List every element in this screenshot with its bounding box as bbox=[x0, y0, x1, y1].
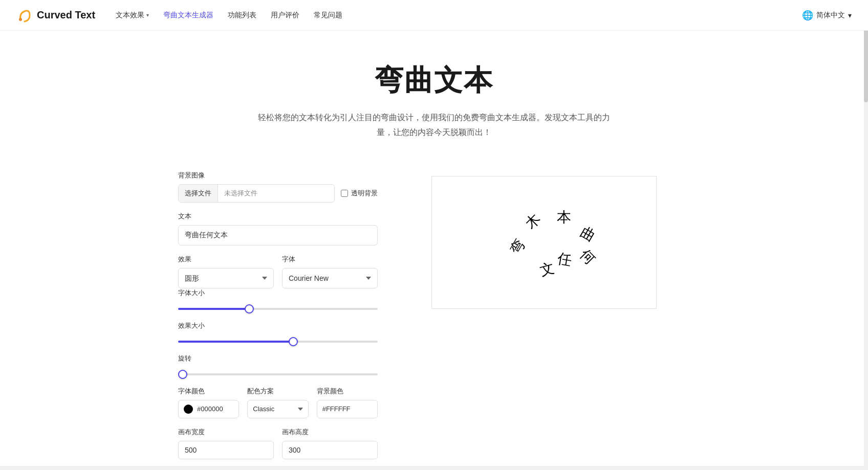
bottom-scrollbar[interactable] bbox=[0, 466, 864, 470]
bg-color-swatch[interactable]: #FFFFFF bbox=[317, 400, 378, 418]
chevron-down-icon: ▾ bbox=[146, 12, 149, 18]
nav-text-effects[interactable]: 文本效果 ▾ bbox=[116, 11, 149, 20]
logo-icon bbox=[16, 7, 33, 24]
canvas-width-group: 画布宽度 bbox=[178, 428, 274, 459]
main-content: 背景图像 选择文件 未选择文件 透明背景 文本 效果 圆形 bbox=[127, 161, 741, 470]
svg-text:木: 木 bbox=[523, 211, 544, 232]
rotation-slider[interactable] bbox=[178, 373, 378, 375]
effect-select[interactable]: 圆形 波浪 弧形 螺旋 bbox=[178, 268, 274, 288]
scrollbar[interactable] bbox=[864, 0, 868, 470]
color-scheme-row: Classic Modern Vintage Neon bbox=[247, 400, 308, 418]
background-image-label: 背景图像 bbox=[178, 171, 378, 180]
font-color-swatch[interactable]: #000000 bbox=[178, 400, 239, 418]
nav-feature-list[interactable]: 功能列表 bbox=[228, 11, 256, 20]
effect-font-row: 效果 圆形 波浪 弧形 螺旋 字体 Courier New Arial Time… bbox=[178, 255, 378, 288]
navbar: Curved Text 文本效果 ▾ 弯曲文本生成器 功能列表 用户评价 常见问… bbox=[0, 0, 868, 31]
text-input[interactable] bbox=[178, 225, 378, 245]
transparent-bg-checkbox[interactable] bbox=[341, 190, 348, 197]
color-scheme-group: 配色方案 Classic Modern Vintage Neon bbox=[247, 387, 308, 418]
effect-size-group: 效果大小 bbox=[178, 321, 378, 345]
rotation-group: 旋转 bbox=[178, 354, 378, 377]
nav-faq[interactable]: 常见问题 bbox=[314, 11, 342, 20]
color-row: 字体颜色 #000000 配色方案 Classic Modern Vintage… bbox=[178, 387, 378, 418]
font-color-label: 字体颜色 bbox=[178, 387, 239, 396]
svg-text:本: 本 bbox=[557, 210, 571, 226]
bg-color-value: #FFFFFF bbox=[322, 405, 351, 413]
file-input-btn[interactable]: 选择文件 未选择文件 bbox=[178, 184, 335, 203]
font-color-value: #000000 bbox=[197, 405, 223, 413]
nav-links: 文本效果 ▾ 弯曲文本生成器 功能列表 用户评价 常见问题 bbox=[116, 11, 802, 20]
control-panel: 背景图像 选择文件 未选择文件 透明背景 文本 效果 圆形 bbox=[178, 171, 378, 459]
hero-description: 轻松将您的文本转化为引人注目的弯曲设计，使用我们的免费弯曲文本生成器。发现文本工… bbox=[255, 110, 613, 140]
text-label: 文本 bbox=[178, 212, 378, 221]
font-select[interactable]: Courier New Arial Times New Roman Georgi… bbox=[282, 268, 378, 288]
canvas-height-label: 画布高度 bbox=[282, 428, 378, 437]
effect-size-label: 效果大小 bbox=[178, 321, 378, 330]
color-scheme-label: 配色方案 bbox=[247, 387, 308, 396]
file-choose-label[interactable]: 选择文件 bbox=[179, 185, 218, 202]
nav-user-reviews[interactable]: 用户评价 bbox=[271, 11, 299, 20]
lang-chevron-icon: ▾ bbox=[848, 11, 852, 19]
effect-size-slider[interactable] bbox=[178, 341, 378, 343]
font-size-slider[interactable] bbox=[178, 308, 378, 310]
canvas-height-group: 画布高度 bbox=[282, 428, 378, 459]
canvas-width-input[interactable] bbox=[178, 441, 274, 459]
font-group: 字体 Courier New Arial Times New Roman Geo… bbox=[282, 255, 378, 288]
hero-title: 弯曲文本 bbox=[10, 61, 858, 100]
nav-curved-text-generator[interactable]: 弯曲文本生成器 bbox=[163, 11, 213, 20]
svg-text:文: 文 bbox=[538, 260, 556, 279]
rotation-label: 旋转 bbox=[178, 354, 378, 363]
transparent-bg-wrap: 透明背景 bbox=[341, 189, 378, 198]
font-color-group: 字体颜色 #000000 bbox=[178, 387, 239, 418]
svg-text:曲: 曲 bbox=[577, 224, 598, 245]
svg-text:任: 任 bbox=[555, 251, 573, 269]
bg-color-group: 背景颜色 #FFFFFF bbox=[317, 387, 378, 418]
font-size-label: 字体大小 bbox=[178, 288, 378, 298]
canvas-height-input[interactable] bbox=[282, 441, 378, 459]
svg-point-0 bbox=[19, 18, 22, 21]
font-size-group: 字体大小 bbox=[178, 288, 378, 312]
svg-text:何: 何 bbox=[577, 247, 598, 268]
preview-svg: 木 本 曲 弯 任 何 文 bbox=[432, 176, 656, 308]
hero-section: 弯曲文本 轻松将您的文本转化为引人注目的弯曲设计，使用我们的免费弯曲文本生成器。… bbox=[0, 31, 868, 161]
transparent-bg-label[interactable]: 透明背景 bbox=[351, 189, 378, 198]
effect-group: 效果 圆形 波浪 弧形 螺旋 bbox=[178, 255, 274, 288]
file-name-display: 未选择文件 bbox=[218, 189, 264, 198]
effect-label: 效果 bbox=[178, 255, 274, 264]
preview-panel: 木 本 曲 弯 任 何 文 bbox=[398, 171, 690, 459]
svg-text:弯: 弯 bbox=[508, 236, 530, 257]
canvas-width-label: 画布宽度 bbox=[178, 428, 274, 437]
globe-icon: 🌐 bbox=[802, 10, 813, 21]
font-label: 字体 bbox=[282, 255, 378, 264]
file-input-row: 选择文件 未选择文件 透明背景 bbox=[178, 184, 378, 203]
font-color-circle bbox=[184, 405, 193, 414]
language-selector[interactable]: 🌐 简体中文 ▾ bbox=[802, 10, 852, 21]
text-input-group: 文本 bbox=[178, 212, 378, 245]
bg-color-label: 背景颜色 bbox=[317, 387, 378, 396]
logo-text: Curved Text bbox=[37, 9, 95, 21]
logo[interactable]: Curved Text bbox=[16, 7, 95, 24]
canvas-size-row: 画布宽度 画布高度 bbox=[178, 428, 378, 459]
background-image-group: 背景图像 选择文件 未选择文件 透明背景 bbox=[178, 171, 378, 203]
preview-canvas: 木 本 曲 弯 任 何 文 bbox=[431, 176, 657, 309]
color-scheme-select[interactable]: Classic Modern Vintage Neon bbox=[253, 405, 302, 413]
